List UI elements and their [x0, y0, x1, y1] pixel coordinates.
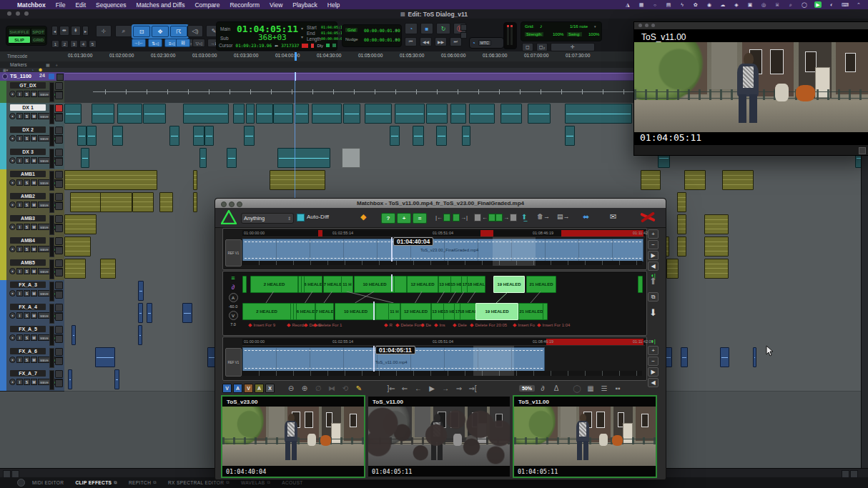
zoom-in-arrow-button[interactable]: ▸ [82, 26, 89, 36]
audio-clip[interactable] [204, 126, 214, 146]
audio-clip[interactable] [182, 303, 192, 323]
paw-icon[interactable]: ✿ [692, 1, 699, 8]
track-i-button[interactable]: I [16, 113, 23, 119]
zoomer-tool-icon[interactable]: ⌕ [115, 25, 132, 37]
track-m-button[interactable]: M [31, 157, 37, 164]
audio-clip[interactable] [681, 347, 688, 367]
expand-horizontal-icon[interactable]: ⬌ [583, 212, 589, 221]
track-m-button[interactable]: M [31, 135, 37, 141]
track-mini-button[interactable] [55, 259, 63, 267]
footer-tab-rx-spectral-editor[interactable]: RX SPECTRAL EDITOR⧉ [168, 480, 230, 485]
track-s-button[interactable]: S [24, 268, 30, 274]
grid-mode-button[interactable]: GRID [31, 36, 46, 44]
audio-clip[interactable] [199, 148, 207, 168]
track-i-button[interactable]: I [16, 312, 23, 319]
healed-clip[interactable] [638, 276, 643, 293]
next-diff-button[interactable]: → [495, 213, 517, 222]
footer-tab-midi-editor[interactable]: MIDI EDITOR [32, 480, 64, 485]
sub-counter[interactable]: 368+03 [258, 33, 287, 42]
groove-dropdown-icon[interactable]: ▾ [594, 24, 596, 29]
audio-clip[interactable] [722, 170, 754, 190]
filmstrip-view-icon[interactable]: ▦ [585, 384, 596, 392]
audio-clip[interactable] [244, 126, 255, 146]
globe-icon[interactable]: ◉ [706, 1, 713, 8]
menu-item-compare[interactable]: Compare [194, 1, 220, 9]
track-m-button[interactable]: M [31, 246, 37, 252]
track-name[interactable]: FX_A_6 [10, 348, 46, 354]
track-mini-button[interactable] [55, 158, 63, 166]
healed-clip[interactable]: 7 HEALE [323, 276, 342, 293]
track-mini-button[interactable] [55, 171, 63, 179]
play-forward-button[interactable]: ▶ [648, 367, 659, 377]
track-i-button[interactable]: I [16, 290, 23, 297]
audio-clip[interactable] [70, 192, 102, 212]
track-mini-button[interactable] [55, 104, 63, 112]
audio-clip[interactable] [500, 104, 522, 124]
track-name[interactable]: AMB5 [10, 259, 46, 266]
trash-conform-icon[interactable]: 🗑→ [537, 213, 550, 220]
track-m-button[interactable]: M [31, 334, 37, 341]
healed-clip[interactable]: 2 HEALED [250, 276, 298, 293]
audio-clip[interactable] [71, 325, 76, 345]
audio-clip[interactable] [450, 104, 466, 124]
match-type-dropdown[interactable]: Anything ⇕ [241, 213, 294, 224]
fast-forward-button[interactable]: ▶▶ [435, 37, 447, 46]
track-mini-button[interactable] [55, 291, 63, 299]
delta-icon[interactable]: ∂ [537, 384, 548, 392]
slip-mode-button[interactable]: SLIP [8, 36, 31, 44]
audio-clip[interactable] [114, 369, 119, 389]
healed-clip[interactable]: 11 H [341, 276, 353, 293]
audio-clip[interactable] [138, 281, 144, 301]
display-icon[interactable]: ⌨ [842, 1, 849, 8]
sub-counter-dropdown-icon[interactable]: ▾ [301, 34, 303, 39]
track-i-button[interactable]: I [16, 334, 23, 341]
audio-clip[interactable] [312, 104, 342, 124]
lock-icon[interactable] [49, 74, 54, 79]
zoom-preset-5[interactable]: 5 [89, 40, 97, 48]
healed-clip[interactable] [242, 276, 247, 293]
track-mini-button[interactable] [55, 269, 63, 277]
auto-diff-checkbox[interactable] [297, 214, 305, 221]
video-camera-icon[interactable]: ▶ [814, 1, 822, 8]
jump-prev-match-button[interactable]: |← [435, 213, 450, 222]
zoom-out-button[interactable]: − [648, 357, 659, 366]
footer-tab-repitch[interactable]: REPITCH⧉ [129, 480, 157, 485]
track-header-fx_a_7[interactable]: FX_A_7●ISMwaveread [0, 369, 64, 392]
healed-clip[interactable]: 21 HEALED [518, 303, 544, 320]
strength-value[interactable]: 100% [553, 32, 563, 36]
audio-clip[interactable] [193, 170, 197, 190]
menu-item-edit[interactable]: Edit [75, 1, 86, 9]
track-input-icon[interactable]: ● [9, 113, 16, 119]
minimize-icon[interactable] [645, 24, 648, 27]
zoom-out-arrow-button[interactable]: ◂ [51, 26, 58, 36]
audio-clip[interactable] [704, 214, 729, 234]
edit-clip-lane[interactable]: ToS_v11.00.mp4 01:04:05:11 [242, 346, 643, 377]
layer-toggle-x4[interactable]: X [265, 384, 275, 393]
audio-clip[interactable] [64, 259, 86, 279]
track-lane-amb1[interactable] [64, 169, 862, 192]
diff-marker[interactable]: ◆R [384, 323, 393, 327]
diff-marker[interactable]: ◆Delete For 20:05 [470, 323, 507, 327]
audio-clip[interactable] [169, 126, 179, 146]
track-mini-button[interactable] [55, 313, 63, 321]
track-mini-button[interactable] [55, 126, 63, 134]
menu-item-playback[interactable]: Playback [292, 1, 317, 9]
audio-clip[interactable] [68, 369, 72, 389]
track-m-button[interactable]: M [31, 91, 37, 97]
track-mini-button[interactable] [55, 335, 63, 343]
diff-marker[interactable]: ◆Insert Fo [513, 323, 535, 327]
audio-clip[interactable] [390, 126, 400, 146]
audio-clip[interactable] [87, 126, 97, 146]
diff-marker[interactable]: ◆Dele [453, 323, 467, 327]
zoom-vertical-icon[interactable]: ⇞ [71, 26, 81, 36]
track-input-icon[interactable]: ● [9, 246, 16, 252]
track-i-button[interactable]: I [16, 357, 23, 363]
smart-tool-icon[interactable]: ☈ [170, 26, 187, 37]
track-s-button[interactable]: S [24, 290, 30, 297]
track-header-dx-1[interactable]: DX 1●ISMwaveread [0, 103, 64, 126]
pencil-highlight-icon[interactable]: ✎ [353, 384, 365, 392]
video-track-name[interactable]: TS_1100 [10, 73, 31, 79]
bulb-icon[interactable]: ⚈ [39, 67, 42, 72]
search-icon[interactable]: ⌕ [787, 1, 794, 8]
track-name[interactable]: FX_A_7 [10, 370, 46, 377]
